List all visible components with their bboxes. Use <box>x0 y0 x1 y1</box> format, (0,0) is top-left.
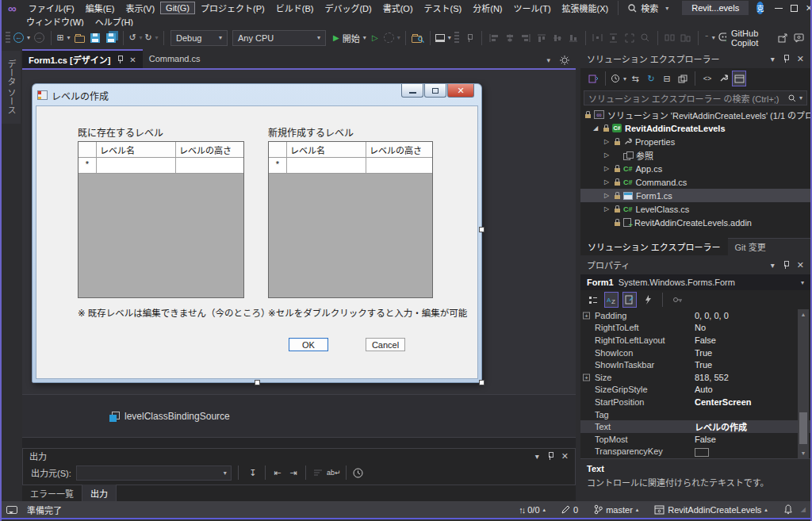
pane-close-icon[interactable]: ✕ <box>561 451 569 462</box>
tree-item-properties[interactable]: ▷ Properties <box>580 135 810 148</box>
menu-tools[interactable]: ツール(T) <box>508 0 557 16</box>
expand-icon[interactable]: + <box>583 374 590 381</box>
property-row-selected[interactable]: Textレベルの作成 <box>580 420 810 433</box>
toolbar-overflow-button[interactable]: ¨▾ <box>703 30 718 46</box>
property-row[interactable]: SizeGripStyleAuto <box>580 384 810 396</box>
pane-close-icon[interactable]: ✕ <box>797 54 804 64</box>
pane-dropdown-icon[interactable]: ▾ <box>771 55 775 63</box>
scrollbar-thumb[interactable] <box>799 412 807 444</box>
notifications-bell-icon[interactable] <box>783 504 793 515</box>
ok-button[interactable]: OK <box>289 338 328 351</box>
property-row[interactable]: StartPositionCenterScreen <box>580 396 810 408</box>
alphabetical-view-icon[interactable]: AZ <box>604 292 619 308</box>
feedback-icon[interactable] <box>791 30 806 46</box>
cancel-button[interactable]: Cancel <box>366 338 405 351</box>
view-code-icon[interactable]: <> <box>700 71 714 86</box>
events-lightning-icon[interactable] <box>641 292 655 308</box>
toolbar-grip[interactable] <box>6 32 10 44</box>
tree-item-project[interactable]: ◢ C# RevitAddinCreateLevels <box>580 121 810 135</box>
property-grid-scrollbar[interactable]: ▲ ▼ <box>798 309 809 458</box>
property-row[interactable]: RightToLeftNo <box>580 322 810 335</box>
pane-pin-icon[interactable] <box>547 452 553 460</box>
existing-levels-grid[interactable]: レベル名 レベルの高さ * <box>78 141 244 298</box>
designed-form[interactable]: レベルの作成 ✕ 既に存在するレベル 新規作成するレベル レベル名 レベルの高さ <box>32 83 482 383</box>
navigate-back-button[interactable]: ←▾ <box>13 30 30 46</box>
form-minimize-button[interactable] <box>401 84 423 98</box>
menu-extensions[interactable]: 拡張機能(X) <box>557 0 615 16</box>
grid-new-row[interactable]: * <box>79 158 243 174</box>
properties-pages-icon[interactable] <box>676 71 690 86</box>
output-window-button[interactable]: ▾ <box>435 30 451 46</box>
chevron-collapsed-icon[interactable]: ▷ <box>604 192 611 199</box>
sync-with-active-document-icon[interactable]: ⇆ <box>628 71 642 86</box>
expand-icon[interactable]: + <box>583 312 590 319</box>
tab-command-cs[interactable]: Command.cs <box>143 49 207 68</box>
git-sync-status[interactable]: ↑↓0/0▴ <box>519 505 546 515</box>
maximize-button[interactable] <box>791 0 798 17</box>
color-swatch[interactable] <box>695 448 709 457</box>
property-pages-key-icon[interactable] <box>670 292 684 308</box>
feedback-bubble-icon[interactable] <box>6 506 17 514</box>
resize-handle-bottom[interactable] <box>255 380 260 385</box>
pane-dropdown-icon[interactable]: ▾ <box>535 452 539 461</box>
wrench-icon[interactable] <box>716 71 730 86</box>
pane-close-icon[interactable]: ✕ <box>797 260 804 270</box>
document-list-chevron-icon[interactable]: ▾ <box>546 56 550 64</box>
chevron-collapsed-icon[interactable]: ▷ <box>604 205 611 213</box>
tree-item-references[interactable]: ▷ 参照 <box>580 148 810 162</box>
chevron-collapsed-icon[interactable]: ▷ <box>604 178 611 186</box>
menu-build[interactable]: ビルド(B) <box>270 0 320 16</box>
git-changes-tab[interactable]: Git 変更 <box>728 238 773 255</box>
property-row[interactable]: ShowInTaskbarTrue <box>580 358 810 371</box>
new-project-button[interactable]: ⊞▾ <box>56 30 71 46</box>
scroll-down-icon[interactable]: ▼ <box>798 448 809 458</box>
property-row[interactable]: +Size818, 552 <box>580 371 810 384</box>
tree-item-levelclass-cs[interactable]: ▷ C# LevelClass.cs <box>580 202 810 216</box>
chevron-collapsed-icon[interactable]: ▷ <box>604 165 611 172</box>
form-close-button[interactable]: ✕ <box>447 84 474 98</box>
pane-pin-icon[interactable] <box>783 55 789 63</box>
chevron-expanded-icon[interactable]: ◢ <box>593 125 600 132</box>
solution-configuration-dropdown[interactable]: Debug▾ <box>170 30 228 46</box>
property-row[interactable]: +Padding0, 0, 0, 0 <box>580 309 810 322</box>
property-row[interactable]: TopMostFalse <box>580 433 810 446</box>
menu-project[interactable]: プロジェクト(P) <box>195 0 270 16</box>
solution-platform-dropdown[interactable]: Any CPU▾ <box>232 30 326 46</box>
menu-debug[interactable]: デバッグ(D) <box>319 0 377 16</box>
categorized-view-icon[interactable] <box>586 292 600 308</box>
property-row[interactable]: ShowIconTrue <box>580 347 810 359</box>
refresh-icon[interactable]: ↻ <box>644 71 658 86</box>
account-avatar[interactable]: 克 <box>756 2 764 14</box>
solution-explorer-tab[interactable]: ソリューション エクスプローラー <box>580 238 728 255</box>
tree-item-app-cs[interactable]: ▷ C# App.cs <box>580 162 810 175</box>
property-row[interactable]: RightToLeftLayoutFalse <box>580 334 810 347</box>
pending-edits-status[interactable]: 0 <box>561 505 578 515</box>
git-repo-selector[interactable]: RevitAddinCreateLevels▴ <box>654 505 768 515</box>
tree-item-command-cs[interactable]: ▷ C# Command.cs <box>580 175 810 189</box>
grid-new-row[interactable]: * <box>269 158 432 174</box>
properties-view-icon[interactable] <box>622 292 637 308</box>
resize-handle-corner[interactable] <box>479 380 485 385</box>
pane-dropdown-icon[interactable]: ▾ <box>771 261 775 270</box>
resize-handle-right[interactable] <box>479 227 485 232</box>
menu-analyze[interactable]: 分析(N) <box>467 0 508 16</box>
save-button[interactable] <box>88 30 102 46</box>
form-maximize-button[interactable] <box>424 84 446 98</box>
start-debug-button[interactable]: ▶開始▾ <box>333 30 366 46</box>
word-wrap-button[interactable]: ab↵ <box>327 465 341 481</box>
timestamp-clock-icon[interactable] <box>351 465 366 481</box>
binding-source-component[interactable]: levelClassBindingSource <box>109 411 230 422</box>
minimize-button[interactable] <box>775 0 783 17</box>
collapse-all-icon[interactable]: ⊟ <box>660 71 674 86</box>
chevron-collapsed-icon[interactable]: ▷ <box>604 138 611 145</box>
pin-tab-icon[interactable] <box>117 56 123 63</box>
tree-item-form1-cs[interactable]: ▷ Form1.cs <box>580 189 810 202</box>
close-tab-icon[interactable]: ✕ <box>129 56 136 64</box>
designed-form-titlebar[interactable]: レベルの作成 ✕ <box>33 84 481 105</box>
form-body[interactable]: 既に存在するレベル 新規作成するレベル レベル名 レベルの高さ * <box>36 105 478 379</box>
menu-test[interactable]: テスト(S) <box>419 0 468 16</box>
switch-views-icon[interactable] <box>586 71 600 86</box>
tree-item-solution[interactable]: ∞ ソリューション 'RevitAddinCreateLevels' (1/1 … <box>580 108 810 121</box>
scroll-up-icon[interactable]: ▲ <box>798 309 809 320</box>
save-all-button[interactable] <box>104 30 118 46</box>
